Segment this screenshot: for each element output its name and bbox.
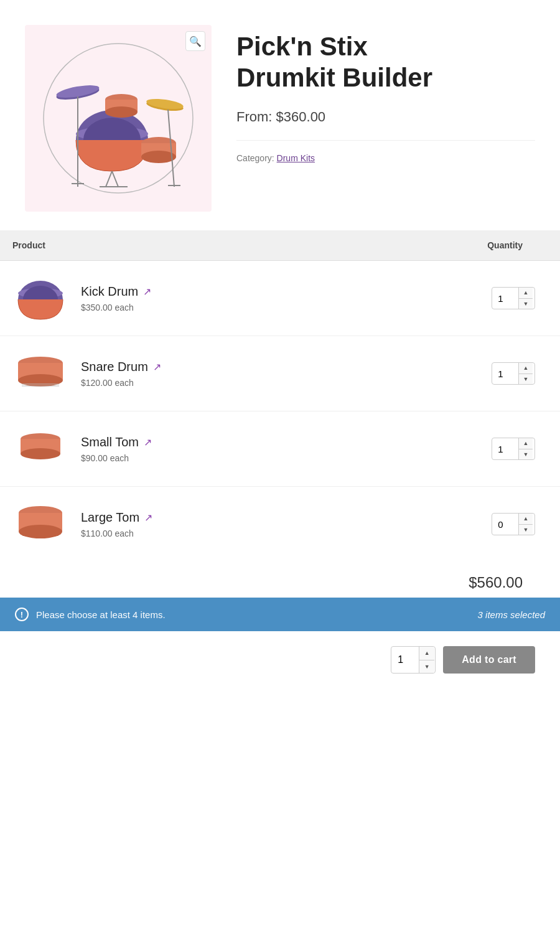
item-details-1: Snare Drum↗$120.00 each [81, 360, 363, 388]
item-price-1: $120.00 each [81, 378, 363, 388]
qty-down-0[interactable]: ▼ [519, 299, 533, 310]
qty-spinner-1[interactable]: ▲ ▼ [492, 362, 535, 385]
qty-arrows-1: ▲ ▼ [518, 362, 533, 385]
qty-spinner-2[interactable]: ▲ ▼ [492, 438, 535, 460]
table-row: Snare Drum↗$120.00 each ▲ ▼ [0, 336, 560, 411]
svg-point-28 [18, 374, 63, 387]
notice-bar: ! Please choose at least 4 items. 3 item… [0, 598, 560, 631]
svg-line-19 [106, 171, 112, 187]
qty-up-1[interactable]: ▲ [519, 362, 533, 374]
qty-spinner-0[interactable]: ▲ ▼ [492, 287, 535, 309]
notice-icon: ! [15, 608, 29, 621]
product-header: 🔍 [0, 0, 560, 230]
table-row: Small Tom↗$90.00 each ▲ ▼ [0, 411, 560, 487]
bundle-table: Product Quantity Kick Drum↗$350.00 each … [0, 230, 560, 561]
cart-quantity-input[interactable] [391, 654, 419, 665]
cart-row: ▲ ▼ Add to cart [0, 631, 560, 688]
add-to-cart-button[interactable]: Add to cart [443, 646, 535, 674]
item-price-2: $90.00 each [81, 453, 363, 463]
item-details-0: Kick Drum↗$350.00 each [81, 284, 363, 312]
table-row: Kick Drum↗$350.00 each ▲ ▼ [0, 261, 560, 336]
qty-input-1[interactable] [492, 369, 518, 379]
product-title: Pick'n Stix Drumkit Builder [236, 31, 535, 94]
cart-qty-up[interactable]: ▲ [419, 646, 434, 660]
svg-point-36 [19, 525, 62, 538]
notice-selected: 3 items selected [478, 609, 545, 620]
notice-left: ! Please choose at least 4 items. [15, 608, 166, 621]
qty-spinner-3[interactable]: ▲ ▼ [492, 513, 535, 535]
product-image-wrap: 🔍 [25, 25, 212, 212]
qty-arrows-0: ▲ ▼ [518, 287, 533, 309]
zoom-button[interactable]: 🔍 [185, 31, 205, 51]
cart-qty-arrows: ▲ ▼ [419, 646, 434, 674]
cart-quantity-spinner[interactable]: ▲ ▼ [391, 646, 436, 674]
external-link-icon-1: ↗ [153, 361, 161, 373]
product-cell-3: Large Tom↗$110.00 each [0, 487, 376, 562]
qty-cell-3: ▲ ▼ [376, 487, 560, 562]
qty-up-2[interactable]: ▲ [519, 438, 533, 449]
category-link[interactable]: Drum Kits [277, 153, 315, 163]
col-product: Product [0, 230, 376, 261]
item-link-2[interactable]: Small Tom [81, 435, 139, 449]
item-details-3: Large Tom↗$110.00 each [81, 510, 363, 538]
qty-up-3[interactable]: ▲ [519, 513, 533, 525]
qty-cell-1: ▲ ▼ [376, 336, 560, 411]
qty-down-3[interactable]: ▼ [519, 525, 533, 536]
item-link-0[interactable]: Kick Drum [81, 284, 138, 299]
item-link-3[interactable]: Large Tom [81, 510, 139, 525]
qty-arrows-3: ▲ ▼ [518, 513, 533, 535]
price-divider [236, 140, 535, 141]
item-price-3: $110.00 each [81, 528, 363, 538]
product-image [37, 37, 199, 199]
product-info: Pick'n Stix Drumkit Builder From: $360.0… [236, 25, 535, 163]
qty-input-2[interactable] [492, 444, 518, 454]
svg-point-33 [21, 448, 60, 459]
qty-input-3[interactable] [492, 519, 518, 530]
total-row: $560.00 [0, 561, 560, 598]
item-thumb-snare [12, 349, 68, 398]
qty-arrows-2: ▲ ▼ [518, 438, 533, 460]
qty-down-2[interactable]: ▼ [519, 449, 533, 461]
item-thumb-large-tom [12, 499, 68, 549]
item-details-2: Small Tom↗$90.00 each [81, 435, 363, 463]
product-category: Category: Drum Kits [236, 153, 535, 163]
table-header-row: Product Quantity [0, 230, 560, 261]
product-price: From: $360.00 [236, 109, 535, 125]
qty-up-0[interactable]: ▲ [519, 287, 533, 299]
table-row: Large Tom↗$110.00 each ▲ ▼ [0, 487, 560, 562]
bundle-section: Product Quantity Kick Drum↗$350.00 each … [0, 230, 560, 561]
product-cell-2: Small Tom↗$90.00 each [0, 411, 376, 487]
external-link-icon-0: ↗ [143, 286, 151, 298]
qty-down-1[interactable]: ▼ [519, 374, 533, 385]
item-thumb-kick [12, 273, 68, 323]
item-link-1[interactable]: Snare Drum [81, 360, 148, 374]
product-cell-0: Kick Drum↗$350.00 each [0, 261, 376, 336]
notice-message: Please choose at least 4 items. [36, 609, 166, 620]
cart-qty-down[interactable]: ▼ [419, 660, 434, 674]
total-value: $560.00 [469, 574, 523, 591]
zoom-icon: 🔍 [189, 35, 202, 47]
qty-input-0[interactable] [492, 293, 518, 304]
external-link-icon-2: ↗ [144, 436, 152, 448]
external-link-icon-3: ↗ [144, 512, 152, 524]
col-quantity: Quantity [376, 230, 560, 261]
svg-point-10 [105, 106, 138, 118]
item-price-0: $350.00 each [81, 303, 363, 312]
product-cell-1: Snare Drum↗$120.00 each [0, 336, 376, 411]
svg-line-20 [112, 171, 118, 187]
qty-cell-0: ▲ ▼ [376, 261, 560, 336]
item-thumb-small-tom [12, 424, 68, 474]
qty-cell-2: ▲ ▼ [376, 411, 560, 487]
